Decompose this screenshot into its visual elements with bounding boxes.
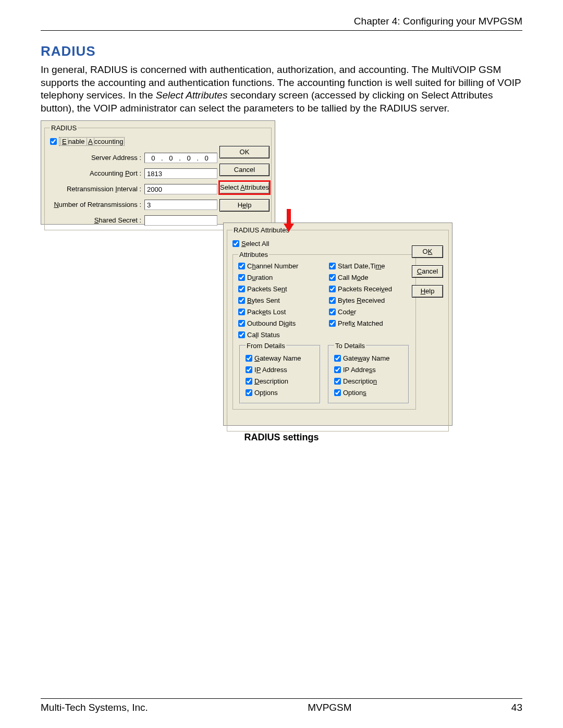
chapter-heading: Chapter 4: Configuring your MVPGSM [41, 16, 522, 27]
to-details-legend: To Details [334, 342, 366, 350]
top-rule [41, 30, 522, 31]
server-address-label: Server Address : [50, 154, 144, 162]
page-footer: Multi-Tech Systems, Inc. MVPGSM 43 [41, 698, 522, 713]
footer-center: MVPGSM [308, 702, 351, 713]
from-options[interactable]: Options [246, 387, 314, 399]
num-retrans-label: Number of Retransmissions : [50, 201, 144, 208]
cancel-button[interactable]: Cancel [219, 164, 270, 176]
server-address-input[interactable]: 0 . 0 . 0 . 0 [144, 153, 217, 163]
intro-paragraph: In general, RADIUS is concerned with aut… [41, 64, 522, 115]
to-details-group: To Details Gateway Name IP Address Descr… [328, 342, 409, 404]
screenshots-area: RADIUS Enable Accounting Server Address … [41, 120, 522, 428]
enable-accounting-input[interactable] [50, 138, 57, 145]
chk-packets-received[interactable]: Packets Received [329, 283, 410, 295]
chk-bytes-received[interactable]: Bytes Received [329, 295, 410, 306]
accounting-port-label: Accounting Port : [50, 169, 144, 177]
chk-bytes-sent[interactable]: Bytes Sent [238, 295, 320, 306]
attr-ok-button[interactable]: OK [412, 245, 443, 258]
section-title: RADIUS [41, 43, 522, 59]
to-description[interactable]: Description [334, 376, 403, 387]
chk-duration[interactable]: Duration [238, 272, 320, 283]
radius-legend: RADIUS [50, 124, 78, 132]
num-retrans-input[interactable]: 3 [144, 200, 217, 210]
chk-prefix-matched[interactable]: Prefix Matched [329, 318, 410, 329]
attributes-button-column: OK Cancel Help [412, 245, 443, 305]
from-gateway-name[interactable]: Gateway Name [246, 353, 314, 364]
chk-packets-sent[interactable]: Packets Sent [238, 283, 320, 295]
chk-call-mode[interactable]: Call Mode [329, 272, 410, 283]
chk-channel-number[interactable]: Channel Number [238, 261, 320, 272]
red-arrow-icon [284, 209, 294, 233]
footer-left: Multi-Tech Systems, Inc. [41, 702, 148, 713]
chk-packets-lost[interactable]: Packets Lost [238, 306, 320, 318]
from-description[interactable]: Description [246, 376, 314, 387]
attr-cancel-button[interactable]: Cancel [412, 265, 443, 278]
radius-button-column: OK Cancel Select Attributes Help [219, 146, 270, 217]
retrans-interval-input[interactable]: 2000 [144, 184, 217, 194]
chk-call-status[interactable]: Call Status [238, 329, 320, 341]
retrans-interval-label: Retransmission Interval : [50, 185, 144, 193]
radius-attributes-panel: RADIUS Attributes Select All Attributes … [223, 223, 452, 426]
footer-right: 43 [511, 702, 522, 713]
attributes-legend: Attributes [238, 251, 269, 258]
attributes-panel-legend: RADIUS Attributes [232, 226, 290, 234]
to-gateway-name[interactable]: Gateway Name [334, 353, 403, 364]
help-button[interactable]: Help [219, 199, 270, 212]
chk-outbound-digits[interactable]: Outbound Digits [238, 318, 320, 329]
to-options[interactable]: Options [334, 387, 403, 399]
figure-caption: RADIUS settings [41, 432, 522, 443]
from-ip-address[interactable]: IP Address [246, 364, 314, 376]
shared-secret-label: Shared Secret : [50, 216, 144, 224]
select-all-input[interactable] [232, 240, 239, 247]
attr-help-button[interactable]: Help [412, 285, 443, 298]
select-attributes-button[interactable]: Select Attributes [219, 181, 270, 194]
ok-button[interactable]: OK [219, 146, 270, 158]
attributes-left-col: Channel Number Duration Packets Sent Byt… [238, 261, 320, 341]
from-details-group: From Details Gateway Name IP Address Des… [239, 342, 321, 404]
shared-secret-input[interactable] [144, 215, 217, 226]
attributes-right-col: Start Date,Time Call Mode Packets Receiv… [329, 261, 410, 341]
chk-start-date-time[interactable]: Start Date,Time [329, 261, 410, 272]
to-ip-address[interactable]: IP Address [334, 364, 403, 376]
radius-panel: RADIUS Enable Accounting Server Address … [41, 120, 275, 225]
accounting-port-input[interactable]: 1813 [144, 168, 217, 179]
chk-coder[interactable]: Coder [329, 306, 410, 318]
from-details-legend: From Details [246, 342, 286, 350]
para-italic: Select Attributes [156, 90, 228, 101]
